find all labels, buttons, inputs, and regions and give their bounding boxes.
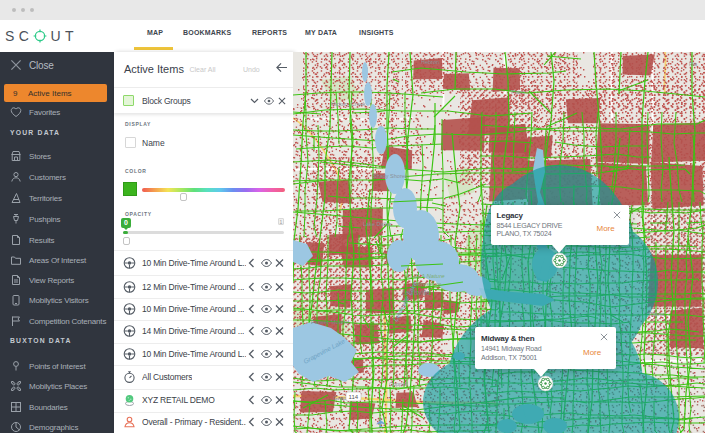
- svg-text:Coppell: Coppell: [389, 381, 408, 387]
- svg-text:Flower Mound: Flower Mound: [311, 319, 349, 325]
- svg-text:LLELA Nature: LLELA Nature: [407, 273, 445, 279]
- svg-text:✈: ✈: [374, 418, 388, 428]
- svg-text:Plano: Plano: [649, 311, 665, 317]
- svg-text:Hebron: Hebron: [421, 59, 439, 65]
- svg-text:Lake Dallas: Lake Dallas: [363, 221, 392, 227]
- svg-text:Preserve: Preserve: [417, 281, 442, 287]
- svg-text:Pla: Pla: [689, 61, 698, 67]
- svg-text:114: 114: [349, 394, 359, 400]
- svg-text:Hickory Creek: Hickory Creek: [331, 101, 366, 107]
- svg-text:Plano: Plano: [511, 89, 525, 95]
- svg-text:Shady Shores: Shady Shores: [373, 173, 408, 179]
